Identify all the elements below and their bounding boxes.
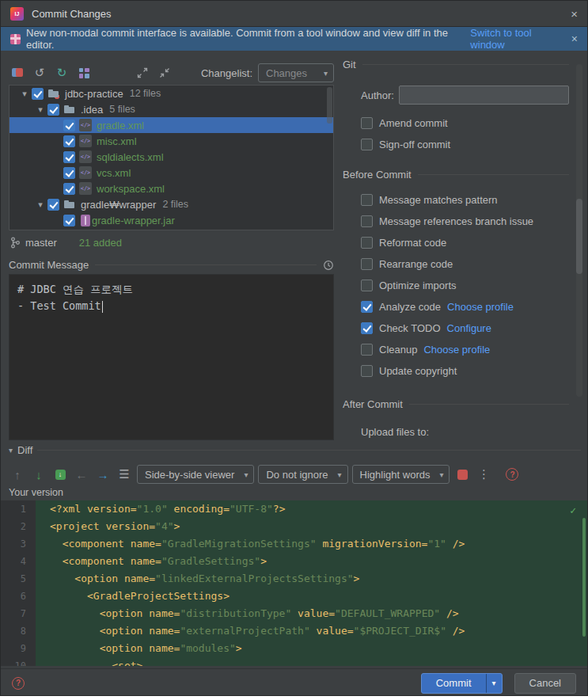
gift-icon — [10, 34, 21, 44]
tree-row-workspace-xml[interactable]: workspace.xml — [9, 181, 333, 196]
branch-bar: master 21 added — [10, 234, 334, 250]
file-tree[interactable]: ▾jdbc-practice12 files▾.idea5 filesgradl… — [9, 85, 334, 230]
collapse-all-icon[interactable] — [156, 64, 173, 82]
tree-item-checkbox[interactable] — [63, 120, 75, 131]
line-number: 8 — [1, 622, 36, 640]
view-options-icon[interactable]: ☰ — [116, 466, 133, 483]
tree-row-misc-xml[interactable]: misc.xml — [9, 133, 333, 149]
diff-help-icon[interactable]: ? — [506, 468, 518, 481]
sign-off-commit-checkbox[interactable] — [361, 139, 373, 150]
checkbox-label: Rearrange code — [379, 258, 453, 270]
line-number: 9 — [1, 640, 36, 657]
text-caret — [102, 301, 103, 313]
red-square-icon[interactable] — [453, 466, 471, 483]
tree-row-idea[interactable]: ▾.idea5 files — [9, 101, 333, 117]
cancel-button[interactable]: Cancel — [514, 673, 576, 694]
jump-to-source-icon[interactable]: ↓ — [51, 466, 69, 483]
file-count: 5 files — [109, 104, 135, 115]
message-references-branch-issue-checkbox[interactable] — [361, 215, 373, 227]
check-todo-checkbox[interactable] — [361, 322, 373, 334]
next-difference-icon[interactable]: ↓ — [30, 466, 47, 483]
message-matches-pattern-checkbox[interactable] — [361, 194, 373, 206]
choose-profile-link[interactable]: Choose profile — [423, 344, 490, 356]
rollback-icon[interactable]: ↺ — [31, 64, 48, 82]
choose-profile-link[interactable]: Choose profile — [447, 301, 514, 313]
tree-row-gradle-wrapper-jar[interactable]: gradle-wrapper.jar — [9, 212, 333, 228]
checkbox-option: Message matches pattern — [361, 192, 569, 207]
more-options-icon[interactable]: ⋮ — [475, 466, 492, 483]
next-change-icon[interactable]: → — [94, 466, 112, 483]
group-by-icon[interactable] — [75, 64, 93, 82]
chevron-down-icon[interactable]: ▾ — [33, 105, 47, 115]
git-branch-icon — [10, 237, 21, 249]
branch-name: master — [25, 237, 57, 249]
commit-dropdown-arrow[interactable]: ▾ — [486, 674, 502, 693]
ignore-mode-select[interactable]: Do not ignore ▾ — [258, 465, 347, 484]
checkbox-label: Check TODO — [379, 322, 441, 334]
viewer-mode-select[interactable]: Side-by-side viewer ▾ — [137, 465, 254, 484]
previous-difference-icon[interactable]: ↑ — [9, 466, 26, 483]
commit-button[interactable]: Commit ▾ — [421, 673, 503, 694]
highlight-mode-select[interactable]: Highlight words ▾ — [352, 465, 450, 484]
diff-title: Diff — [17, 444, 32, 456]
file-name: vcs.xml — [97, 167, 131, 179]
diff-marker-stripe[interactable] — [582, 518, 586, 637]
commit-button-label[interactable]: Commit — [422, 674, 486, 693]
help-icon[interactable]: ? — [12, 677, 25, 690]
diff-toolbar: ↑ ↓ ↓ ← → ☰ Side-by-side viewer ▾ Do not… — [9, 463, 581, 485]
tree-row-gradle-wrapper[interactable]: ▾gradle₩wrapper2 files — [9, 196, 333, 212]
message-history-icon[interactable] — [323, 260, 334, 271]
previous-change-icon[interactable]: ← — [73, 466, 90, 483]
scrollbar-thumb[interactable] — [576, 199, 582, 274]
commit-message-line: - Test Commit — [17, 298, 325, 314]
file-name: .idea — [81, 104, 103, 116]
optimize-imports-checkbox[interactable] — [361, 280, 373, 291]
commit-message-input[interactable]: # JDBC 연습 프로젝트- Test Commit — [9, 274, 334, 440]
tree-item-checkbox[interactable] — [32, 88, 44, 100]
dialog-footer: ? Commit ▾ Cancel — [1, 668, 587, 696]
file-count: 12 files — [130, 88, 161, 99]
xml-file-icon — [79, 119, 92, 131]
code-line: 10 <set> — [1, 657, 588, 666]
tree-item-checkbox[interactable] — [63, 151, 75, 163]
refresh-icon[interactable]: ↻ — [53, 64, 70, 82]
configure-link[interactable]: Configure — [447, 322, 491, 334]
tree-item-checkbox[interactable] — [63, 215, 75, 226]
amend-commit-checkbox[interactable] — [361, 117, 373, 129]
line-number: 4 — [1, 553, 36, 570]
tree-row-vcs-xml[interactable]: vcs.xml — [9, 165, 333, 181]
banner-close-icon[interactable]: × — [571, 33, 578, 44]
chevron-down-icon[interactable]: ▾ — [9, 446, 13, 455]
tree-item-checkbox[interactable] — [63, 183, 75, 195]
tree-row-sqldialects-xml[interactable]: sqldialects.xml — [9, 149, 333, 165]
show-diff-icon[interactable] — [9, 64, 26, 82]
checkbox-label: Optimize imports — [379, 280, 457, 291]
diff-section-header[interactable]: ▾ Diff — [9, 444, 581, 456]
tree-row-gradle-xml[interactable]: gradle.xml — [9, 117, 333, 133]
cleanup-checkbox[interactable] — [361, 344, 373, 356]
xml-file-icon — [79, 150, 92, 163]
tree-row-jdbc-practice[interactable]: ▾jdbc-practice12 files — [9, 86, 333, 101]
tree-scrollbar[interactable] — [327, 87, 332, 124]
tree-item-checkbox[interactable] — [47, 104, 59, 116]
changelist-select[interactable]: Changes ▾ — [258, 63, 334, 82]
rearrange-code-checkbox[interactable] — [361, 258, 373, 270]
highlight-mode-value: Highlight words — [360, 469, 431, 481]
options-scrollbar[interactable] — [576, 64, 582, 397]
analyze-code-checkbox[interactable] — [361, 301, 373, 313]
author-input[interactable] — [399, 86, 569, 105]
update-copyright-checkbox[interactable] — [361, 365, 373, 377]
reformat-code-checkbox[interactable] — [361, 237, 373, 249]
chevron-down-icon[interactable]: ▾ — [17, 89, 32, 99]
close-icon[interactable]: × — [571, 8, 578, 20]
diff-editor[interactable]: 1<?xml version="1.0" encoding="UTF-8"?>2… — [1, 500, 588, 666]
chevron-down-icon[interactable]: ▾ — [33, 200, 47, 210]
code-text: <component name="GradleMigrationSettings… — [36, 535, 465, 553]
switch-to-tool-window-link[interactable]: Switch to tool window — [470, 27, 565, 51]
dialog-titlebar: IJ Commit Changes × — [1, 1, 587, 27]
expand-all-icon[interactable] — [134, 64, 151, 82]
line-number: 10 — [1, 657, 36, 666]
tree-item-checkbox[interactable] — [63, 135, 75, 147]
tree-item-checkbox[interactable] — [63, 167, 75, 179]
tree-item-checkbox[interactable] — [47, 199, 59, 211]
